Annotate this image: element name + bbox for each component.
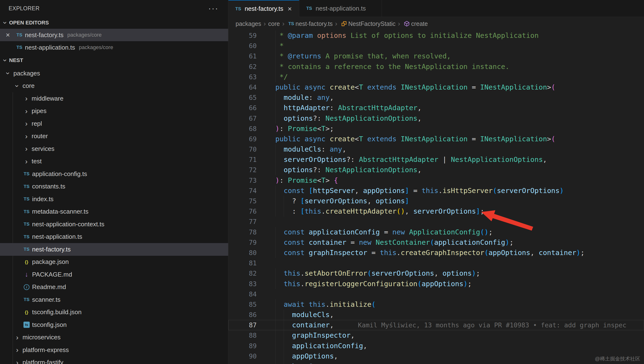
line-number[interactable]: 77 <box>228 216 263 227</box>
code-editor[interactable]: 59 * @param options List of options to i… <box>228 30 644 364</box>
tree-item[interactable]: ›platform-fastify <box>0 356 228 364</box>
code-line[interactable]: 90 appOptions, <box>228 351 644 361</box>
line-number[interactable]: 79 <box>228 237 263 248</box>
tree-item[interactable]: ›platform-express <box>0 344 228 356</box>
code-line[interactable]: 61 * @returns A promise that, when resol… <box>228 51 644 61</box>
open-editors-header[interactable]: › OPEN EDITORS <box>0 17 228 29</box>
close-icon[interactable]: × <box>6 31 15 39</box>
tree-item[interactable]: {}package.json <box>0 256 228 268</box>
code-line[interactable]: 76 : [this.createHttpAdapter(), serverOr… <box>228 206 644 216</box>
line-number[interactable]: 66 <box>228 103 263 113</box>
code-line[interactable]: 66 httpAdapter: AbstractHttpAdapter, <box>228 103 644 113</box>
code-line[interactable]: 80 const graphInspector = this.createGra… <box>228 248 644 258</box>
code-line[interactable]: 60 * <box>228 41 644 51</box>
line-number[interactable]: 60 <box>228 41 263 51</box>
code-line[interactable]: 87 container,Kamil Myśliwiec, 13 months … <box>228 320 644 330</box>
line-number[interactable]: 72 <box>228 165 263 175</box>
breadcrumb-item[interactable]: create <box>402 20 428 27</box>
tree-item[interactable]: ›repl <box>0 117 228 130</box>
code-line[interactable]: 72 options?: NestApplicationOptions, <box>228 165 644 175</box>
tree-item[interactable]: ›router <box>0 130 228 143</box>
line-number[interactable]: 81 <box>228 258 263 268</box>
more-actions-icon[interactable]: ··· <box>208 7 218 10</box>
tree-item[interactable]: ›middleware <box>0 92 228 105</box>
code-line[interactable]: 73 ): Promise<T> { <box>228 175 644 186</box>
tree-item[interactable]: iReadme.md <box>0 281 228 294</box>
tree-item[interactable]: ›test <box>0 155 228 168</box>
open-editor-item[interactable]: ×TSnest-factory.tspackages/core <box>0 29 228 41</box>
tree-item[interactable]: TSnest-application-context.ts <box>0 218 228 230</box>
tree-item[interactable]: ↓PACKAGE.md <box>0 268 228 281</box>
line-number[interactable]: 63 <box>228 72 263 82</box>
code-line[interactable]: 62 * contains a reference to the NestApp… <box>228 62 644 72</box>
tree-item[interactable]: TSconstants.ts <box>0 180 228 193</box>
tree-item[interactable]: TSapplication-config.ts <box>0 168 228 180</box>
line-number[interactable]: 80 <box>228 248 263 258</box>
code-line[interactable]: 79 const container = new NestContainer(a… <box>228 237 644 248</box>
tree-item[interactable]: TSindex.ts <box>0 193 228 206</box>
line-number[interactable]: 70 <box>228 144 263 154</box>
line-number[interactable]: 86 <box>228 310 263 320</box>
code-line[interactable]: 68 ): Promise<T>; <box>228 124 644 134</box>
code-line[interactable]: 63 */ <box>228 72 644 82</box>
close-icon[interactable]: × <box>286 5 294 13</box>
tree-item[interactable]: ›services <box>0 142 228 155</box>
breadcrumb-item[interactable]: TSnest-factory.ts <box>287 20 332 27</box>
breadcrumb-item[interactable]: core <box>268 20 280 27</box>
line-number[interactable]: 82 <box>228 268 263 278</box>
line-number[interactable]: 67 <box>228 113 263 124</box>
line-number[interactable]: 61 <box>228 51 263 61</box>
code-line[interactable]: 82 this.setAbortOnError(serverOrOptions,… <box>228 268 644 278</box>
code-line[interactable]: 81 <box>228 258 644 268</box>
line-number[interactable]: 89 <box>228 341 263 351</box>
line-number[interactable]: 69 <box>228 134 263 144</box>
line-number[interactable]: 73 <box>228 175 263 186</box>
line-number[interactable]: 65 <box>228 92 263 103</box>
line-number[interactable]: 90 <box>228 351 263 361</box>
tree-item[interactable]: TSnest-factory.ts <box>0 243 228 256</box>
tree-item[interactable]: {}tsconfig.build.json <box>0 306 228 319</box>
code-line[interactable]: 64 public async create<T extends INestAp… <box>228 82 644 92</box>
line-number[interactable]: 87 <box>228 320 263 330</box>
tree-item[interactable]: ›pipes <box>0 105 228 118</box>
editor-tab[interactable]: TSnest-application.ts <box>299 0 382 17</box>
breadcrumb-item[interactable]: NestFactoryStatic <box>340 20 396 27</box>
line-number[interactable]: 91 <box>228 361 263 364</box>
tree-item[interactable]: tstsconfig.json <box>0 318 228 331</box>
line-number[interactable]: 59 <box>228 30 263 41</box>
line-number[interactable]: 84 <box>228 289 263 299</box>
line-number[interactable]: 88 <box>228 330 263 340</box>
code-line[interactable]: 67 options?: NestApplicationOptions, <box>228 113 644 124</box>
line-number[interactable]: 83 <box>228 279 263 289</box>
code-line[interactable]: 86 moduleCls, <box>228 310 644 320</box>
line-number[interactable]: 85 <box>228 299 263 310</box>
tree-item[interactable]: ›core <box>0 80 228 92</box>
code-line[interactable]: 85 await this.initialize( <box>228 299 644 310</box>
code-line[interactable]: 65 module: any, <box>228 92 644 103</box>
line-number[interactable]: 62 <box>228 62 263 72</box>
tree-item[interactable]: TSmetadata-scanner.ts <box>0 206 228 218</box>
code-line[interactable]: 70 moduleCls: any, <box>228 144 644 154</box>
code-line[interactable]: 83 this.registerLoggerConfiguration(appO… <box>228 279 644 289</box>
nest-section-header[interactable]: › NEST <box>0 54 228 67</box>
line-number[interactable]: 78 <box>228 227 263 237</box>
code-line[interactable]: 71 serverOrOptions?: AbstractHttpAdapter… <box>228 154 644 165</box>
code-line[interactable]: 89 applicationConfig, <box>228 341 644 351</box>
breadcrumb-item[interactable]: packages <box>236 20 261 27</box>
line-number[interactable]: 75 <box>228 196 263 206</box>
line-number[interactable]: 64 <box>228 82 263 92</box>
code-line[interactable]: 74 const [httpServer, appOptions] = this… <box>228 186 644 196</box>
tree-item[interactable]: ›microservices <box>0 331 228 344</box>
code-line[interactable]: 78 const applicationConfig = new Applica… <box>228 227 644 237</box>
line-number[interactable]: 76 <box>228 206 263 216</box>
code-line[interactable]: 84 <box>228 289 644 299</box>
code-line[interactable]: 59 * @param options List of options to i… <box>228 30 644 41</box>
tree-item[interactable]: TSscanner.ts <box>0 293 228 306</box>
line-number[interactable]: 68 <box>228 124 263 134</box>
line-number[interactable]: 71 <box>228 154 263 165</box>
line-number[interactable]: 74 <box>228 186 263 196</box>
code-line[interactable]: 69 public async create<T extends INestAp… <box>228 134 644 144</box>
code-line[interactable]: 75 ? [serverOrOptions, options] <box>228 196 644 206</box>
tree-item[interactable]: ›packages <box>0 67 228 80</box>
tree-item[interactable]: TSnest-application.ts <box>0 230 228 243</box>
